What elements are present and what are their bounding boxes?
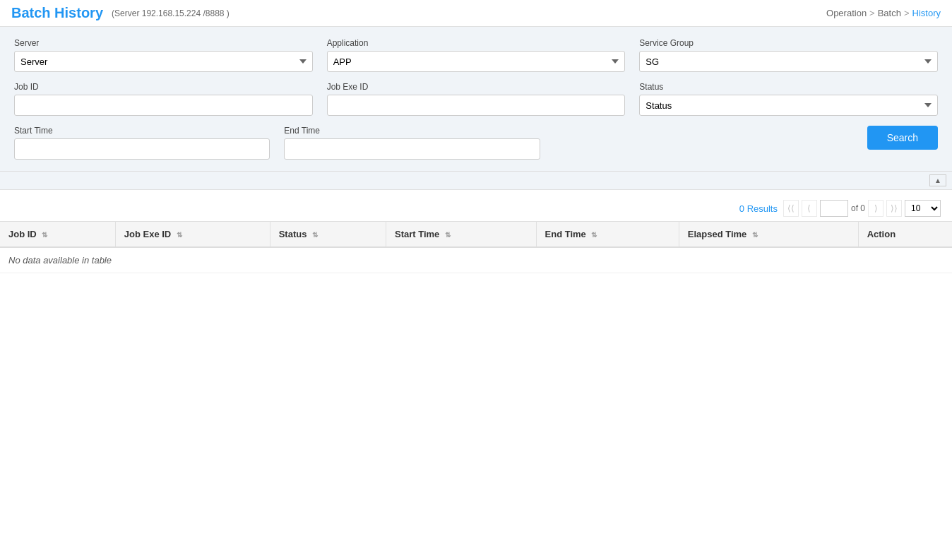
breadcrumb: Operation > Batch > History [826,8,941,18]
filter-group-start-time: Start Time [14,126,270,160]
col-action: Action [858,222,952,248]
col-end-time[interactable]: End Time ⇅ [536,222,679,248]
first-page-button[interactable]: ⟨⟨ [783,200,799,217]
pagination-controls: ⟨⟨ ⟨ of 0 ⟩ ⟩⟩ 10 25 50 100 [783,200,941,217]
service-group-select[interactable]: SG [639,51,938,72]
filter-group-job-id: Job ID [14,82,313,116]
breadcrumb-history: History [912,8,941,18]
filter-group-application: Application APP [327,38,626,72]
server-select[interactable]: Server [14,51,313,72]
job-id-input[interactable] [14,95,313,116]
filter-row-3: Start Time End Time Search [14,126,938,160]
end-time-input[interactable] [284,138,540,160]
status-select[interactable]: Status [639,95,938,116]
col-start-time[interactable]: Start Time ⇅ [386,222,536,248]
col-start-time-label: Start Time [395,229,439,239]
col-end-time-sort-icon: ⇅ [591,231,597,239]
application-select[interactable]: APP [327,51,626,72]
filter-row-1: Server Server Application APP Service Gr… [14,38,938,72]
collapse-button[interactable]: ▲ [929,174,946,186]
start-time-input[interactable] [14,138,270,160]
next-page-button[interactable]: ⟩ [868,200,883,217]
filter-group-service-group: Service Group SG [639,38,938,72]
col-elapsed-time-label: Elapsed Time [688,229,747,239]
filter-group-server: Server Server [14,38,313,72]
table-header-row: Job ID ⇅ Job Exe ID ⇅ Status ⇅ Start Tim… [0,222,952,248]
table-area: 0 Results ⟨⟨ ⟨ of 0 ⟩ ⟩⟩ 10 25 50 100 Jo… [0,190,952,279]
table-body: No data available in table [0,247,952,273]
page-title: Batch History [11,5,103,21]
server-info: (Server 192.168.15.224 /8888 ) [112,8,230,18]
col-job-exe-id-label: Job Exe ID [124,229,171,239]
collapse-bar: ▲ [0,172,952,190]
col-job-id-label: Job ID [8,229,37,239]
breadcrumb-sep-1: > [869,8,875,18]
job-id-label: Job ID [14,82,313,92]
filter-panel: Server Server Application APP Service Gr… [0,27,952,172]
filter-row-2: Job ID Job Exe ID Status Status [14,82,938,116]
col-status[interactable]: Status ⇅ [270,222,386,248]
col-job-exe-id[interactable]: Job Exe ID ⇅ [115,222,270,248]
col-elapsed-time-sort-icon: ⇅ [752,231,758,239]
service-group-label: Service Group [639,38,938,48]
breadcrumb-sep-2: > [904,8,910,18]
server-label: Server [14,38,313,48]
job-exe-id-input[interactable] [327,95,626,116]
breadcrumb-operation: Operation [826,8,867,18]
filter-group-status: Status Status [639,82,938,116]
last-page-button[interactable]: ⟩⟩ [886,200,902,217]
table-header: Job ID ⇅ Job Exe ID ⇅ Status ⇅ Start Tim… [0,222,952,248]
col-elapsed-time[interactable]: Elapsed Time ⇅ [679,222,858,248]
job-exe-id-label: Job Exe ID [327,82,626,92]
start-time-label: Start Time [14,126,270,136]
header-left: Batch History (Server 192.168.15.224 /88… [11,5,230,21]
col-status-sort-icon: ⇅ [312,231,318,239]
results-label: Results [747,203,778,214]
filter-action: Search [554,126,938,150]
results-count: 0 Results [739,203,778,214]
data-table: Job ID ⇅ Job Exe ID ⇅ Status ⇅ Start Tim… [0,221,952,273]
header: Batch History (Server 192.168.15.224 /88… [0,0,952,27]
filter-group-job-exe-id: Job Exe ID [327,82,626,116]
col-job-exe-id-sort-icon: ⇅ [177,231,182,239]
no-data-message: No data available in table [0,247,952,273]
page-size-select[interactable]: 10 25 50 100 [905,200,941,217]
search-button[interactable]: Search [867,126,938,150]
collapse-icon: ▲ [934,177,941,184]
end-time-label: End Time [284,126,540,136]
col-status-label: Status [279,229,307,239]
col-job-id[interactable]: Job ID ⇅ [0,222,115,248]
page-number-input[interactable] [820,200,848,217]
col-end-time-label: End Time [545,229,586,239]
status-label: Status [639,82,938,92]
application-label: Application [327,38,626,48]
filter-group-end-time: End Time [284,126,540,160]
col-action-label: Action [867,229,896,239]
col-job-id-sort-icon: ⇅ [42,231,47,239]
page-of: of 0 [851,203,865,213]
prev-page-button[interactable]: ⟨ [802,200,817,217]
table-toolbar: 0 Results ⟨⟨ ⟨ of 0 ⟩ ⟩⟩ 10 25 50 100 [0,196,952,221]
table-empty-row: No data available in table [0,247,952,273]
results-number: 0 [739,203,744,214]
col-start-time-sort-icon: ⇅ [445,231,451,239]
breadcrumb-batch: Batch [878,8,901,18]
